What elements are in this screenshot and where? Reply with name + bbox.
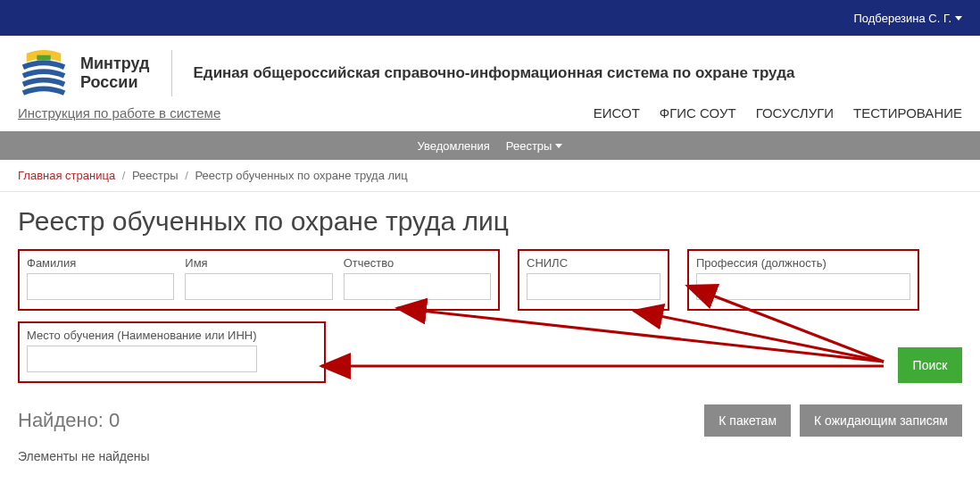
field-study-place: Место обучения (Наименование или ИНН) [27,329,257,372]
breadcrumb: Главная страница / Реестры / Реестр обуч… [0,160,980,192]
to-packets-button[interactable]: К пакетам [704,404,791,437]
nav-registries[interactable]: Реестры [506,139,563,153]
middlename-input[interactable] [344,273,491,300]
filter-group-name: Фамилия Имя Отчество [18,249,500,311]
page-body: Реестр обученных по охране труда лиц Фам… [0,192,980,472]
ext-link-gosuslugi[interactable]: ГОСУСЛУГИ [756,105,834,121]
ext-link-testing[interactable]: ТЕСТИРОВАНИЕ [853,105,962,121]
filter-group-profession: Профессия (должность) [687,249,919,311]
field-profession: Профессия (должность) [696,256,910,300]
filters-row-1: Фамилия Имя Отчество СНИЛС Профессия (до… [18,249,962,311]
firstname-label: Имя [185,256,332,270]
nav-notifications[interactable]: Уведомления [418,139,490,153]
instruction-link[interactable]: Инструкция по работе в системе [18,105,220,121]
profession-label: Профессия (должность) [696,256,910,270]
middlename-label: Отчество [344,256,491,270]
header: Минтруд России Единая общероссийская спр… [0,36,980,105]
profession-input[interactable] [696,273,910,300]
study-place-input[interactable] [27,346,257,372]
breadcrumb-separator: / [122,169,126,182]
search-button[interactable]: Поиск [898,347,962,383]
logo-text: Минтруд России [80,54,150,91]
field-middlename: Отчество [344,256,491,300]
chevron-down-icon [555,144,562,148]
svg-rect-0 [37,55,50,61]
field-snils: СНИЛС [527,256,660,300]
chevron-down-icon [955,16,962,21]
nav-notifications-label: Уведомления [418,139,490,153]
logo-line1: Минтруд [80,54,150,73]
snils-label: СНИЛС [527,256,660,270]
ext-link-fgis-sout[interactable]: ФГИС СОУТ [660,105,736,121]
breadcrumb-l2: Реестры [132,169,179,182]
filters-row-2: Место обучения (Наименование или ИНН) По… [18,321,962,383]
filter-group-study-place: Место обучения (Наименование или ИНН) [18,321,326,383]
firstname-input[interactable] [185,273,332,300]
breadcrumb-l3: Реестр обученных по охране труда лиц [195,169,407,182]
study-place-label: Место обучения (Наименование или ИНН) [27,329,257,342]
no-results-text: Элементы не найдены [18,449,962,463]
ext-link-eisot[interactable]: ЕИСОТ [594,105,640,121]
field-lastname: Фамилия [27,256,174,300]
user-menu[interactable]: Подберезина С. Г. [854,12,963,25]
breadcrumb-separator: / [185,169,188,182]
action-buttons: К пакетам К ожидающим записям [704,404,962,437]
external-links: ЕИСОТ ФГИС СОУТ ГОСУСЛУГИ ТЕСТИРОВАНИЕ [594,105,962,121]
logo-line2: России [80,73,150,92]
snils-input[interactable] [527,273,660,300]
lastname-label: Фамилия [27,256,174,270]
results-bar: Найдено: 0 К пакетам К ожидающим записям [18,404,962,437]
system-title: Единая общероссийская справочно-информац… [194,64,963,82]
filter-group-snils: СНИЛС [518,249,669,311]
navbar: Уведомления Реестры [0,131,980,160]
top-bar: Подберезина С. Г. [0,0,980,36]
page-title: Реестр обученных по охране труда лиц [18,206,962,237]
nav-registries-label: Реестры [506,139,552,153]
mintrud-logo-icon [18,50,70,96]
user-name: Подберезина С. Г. [854,12,952,25]
to-pending-button[interactable]: К ожидающим записям [800,404,962,437]
found-count: 0 [109,409,120,431]
breadcrumb-home[interactable]: Главная страница [18,169,115,182]
subheader: Инструкция по работе в системе ЕИСОТ ФГИ… [0,105,980,131]
logo-block: Минтруд России [18,50,172,96]
field-firstname: Имя [185,256,332,300]
lastname-input[interactable] [27,273,174,300]
found-counter: Найдено: 0 [18,409,120,432]
found-label: Найдено: [18,409,104,431]
